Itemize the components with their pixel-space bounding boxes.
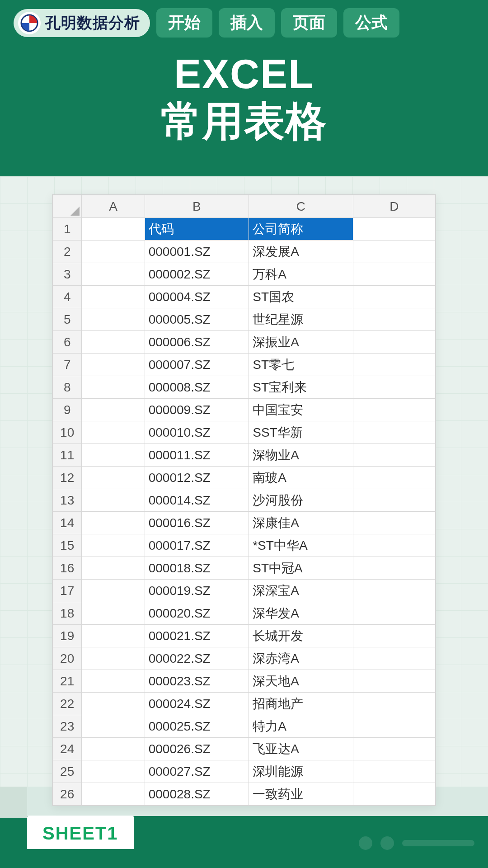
col-header-c[interactable]: C (249, 195, 353, 218)
row-header[interactable]: 6 (53, 331, 82, 354)
row-header[interactable]: 21 (53, 670, 82, 693)
sheet-tab-active[interactable]: SHEET1 (27, 816, 134, 849)
cell-d[interactable] (353, 534, 435, 557)
row-header[interactable]: 23 (53, 715, 82, 738)
table-row[interactable]: 17000019.SZ深深宝A (53, 580, 436, 602)
cell-d[interactable] (353, 670, 435, 693)
cell-b[interactable]: 000012.SZ (145, 467, 249, 489)
cell-a[interactable] (82, 760, 145, 783)
cell-c[interactable]: ST宝利来 (249, 376, 353, 399)
cell-a[interactable] (82, 557, 145, 580)
cell-d[interactable] (353, 376, 435, 399)
ribbon-tab-insert[interactable]: 插入 (219, 8, 275, 38)
cell-a[interactable] (82, 399, 145, 421)
cell-a[interactable] (82, 489, 145, 512)
cell-a[interactable] (82, 444, 145, 467)
cell-c[interactable]: ST国农 (249, 286, 353, 308)
spreadsheet[interactable]: A B C D 1代码公司简称2000001.SZ深发展A3000002.SZ万… (52, 194, 436, 806)
cell-b[interactable]: 000006.SZ (145, 331, 249, 354)
table-row[interactable]: 24000026.SZ飞亚达A (53, 738, 436, 760)
cell-b[interactable]: 000011.SZ (145, 444, 249, 467)
cell-a[interactable] (82, 241, 145, 263)
data-table[interactable]: A B C D 1代码公司简称2000001.SZ深发展A3000002.SZ万… (52, 195, 436, 806)
cell-a[interactable] (82, 467, 145, 489)
cell-c[interactable]: 深深宝A (249, 580, 353, 602)
row-header[interactable]: 20 (53, 647, 82, 670)
cell-d[interactable] (353, 308, 435, 331)
table-row[interactable]: 12000012.SZ南玻A (53, 467, 436, 489)
table-row[interactable]: 9000009.SZ中国宝安 (53, 399, 436, 421)
column-header-row[interactable]: A B C D (53, 195, 436, 218)
table-row[interactable]: 6000006.SZ深振业A (53, 331, 436, 354)
cell-a[interactable] (82, 218, 145, 241)
cell-a[interactable] (82, 421, 145, 444)
cell-b[interactable]: 000025.SZ (145, 715, 249, 738)
cell-a[interactable] (82, 738, 145, 760)
row-header[interactable]: 3 (53, 263, 82, 286)
cell-a[interactable] (82, 580, 145, 602)
cell-a[interactable] (82, 693, 145, 715)
cell-b[interactable]: 000009.SZ (145, 399, 249, 421)
cell-c[interactable]: 深物业A (249, 444, 353, 467)
cell-d[interactable] (353, 647, 435, 670)
cell-a[interactable] (82, 715, 145, 738)
cell-b[interactable]: 000022.SZ (145, 647, 249, 670)
cell-b[interactable]: 000026.SZ (145, 738, 249, 760)
cell-b[interactable]: 000017.SZ (145, 534, 249, 557)
footer-control-icon[interactable] (380, 836, 394, 850)
table-row[interactable]: 10000010.SZSST华新 (53, 421, 436, 444)
cell-c[interactable]: 深康佳A (249, 512, 353, 534)
cell-c[interactable]: 特力A (249, 715, 353, 738)
footer-control-icon[interactable] (359, 836, 372, 850)
row-header[interactable]: 14 (53, 512, 82, 534)
table-row[interactable]: 1代码公司简称 (53, 218, 436, 241)
cell-b[interactable]: 000002.SZ (145, 263, 249, 286)
table-row[interactable]: 15000017.SZ*ST中华A (53, 534, 436, 557)
table-row[interactable]: 16000018.SZST中冠A (53, 557, 436, 580)
cell-c[interactable]: 沙河股份 (249, 489, 353, 512)
table-row[interactable]: 5000005.SZ世纪星源 (53, 308, 436, 331)
cell-c[interactable]: 万科A (249, 263, 353, 286)
cell-c[interactable]: 深华发A (249, 602, 353, 625)
cell-d[interactable] (353, 738, 435, 760)
table-row[interactable]: 2000001.SZ深发展A (53, 241, 436, 263)
table-row[interactable]: 7000007.SZST零七 (53, 354, 436, 376)
cell-b[interactable]: 000020.SZ (145, 602, 249, 625)
row-header[interactable]: 19 (53, 625, 82, 647)
table-row[interactable]: 25000027.SZ深圳能源 (53, 760, 436, 783)
cell-a[interactable] (82, 625, 145, 647)
cell-b[interactable]: 000024.SZ (145, 693, 249, 715)
cell-b[interactable]: 000018.SZ (145, 557, 249, 580)
row-header[interactable]: 16 (53, 557, 82, 580)
cell-b[interactable]: 000005.SZ (145, 308, 249, 331)
row-header[interactable]: 8 (53, 376, 82, 399)
cell-b[interactable]: 000016.SZ (145, 512, 249, 534)
row-header[interactable]: 5 (53, 308, 82, 331)
cell-c[interactable]: 深振业A (249, 331, 353, 354)
row-header[interactable]: 26 (53, 783, 82, 806)
row-header[interactable]: 22 (53, 693, 82, 715)
cell-d[interactable] (353, 354, 435, 376)
cell-c[interactable]: *ST中华A (249, 534, 353, 557)
ribbon-tab-page[interactable]: 页面 (281, 8, 337, 38)
cell-d[interactable] (353, 625, 435, 647)
cell-b[interactable]: 代码 (145, 218, 249, 241)
row-header[interactable]: 15 (53, 534, 82, 557)
cell-c[interactable]: 深赤湾A (249, 647, 353, 670)
cell-c[interactable]: 深发展A (249, 241, 353, 263)
row-header[interactable]: 17 (53, 580, 82, 602)
cell-c[interactable]: 招商地产 (249, 693, 353, 715)
cell-d[interactable] (353, 783, 435, 806)
zoom-slider[interactable] (402, 840, 474, 846)
row-header[interactable]: 12 (53, 467, 82, 489)
cell-b[interactable]: 000019.SZ (145, 580, 249, 602)
cell-a[interactable] (82, 331, 145, 354)
table-row[interactable]: 20000022.SZ深赤湾A (53, 647, 436, 670)
cell-d[interactable] (353, 489, 435, 512)
cell-d[interactable] (353, 580, 435, 602)
cell-c[interactable]: 世纪星源 (249, 308, 353, 331)
cell-a[interactable] (82, 376, 145, 399)
col-header-d[interactable]: D (353, 195, 435, 218)
cell-b[interactable]: 000023.SZ (145, 670, 249, 693)
table-row[interactable]: 22000024.SZ招商地产 (53, 693, 436, 715)
